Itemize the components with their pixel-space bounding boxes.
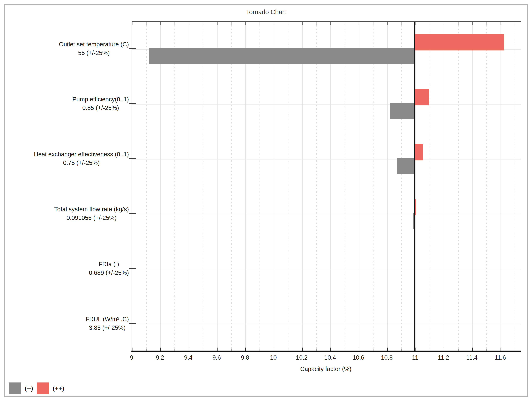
gridline-major: [302, 22, 303, 351]
x-tick-label: 9.8: [241, 354, 249, 361]
gridline-major: [359, 22, 359, 351]
y-tick: [129, 268, 136, 269]
gridline-minor: [260, 22, 260, 351]
row-gridline: [132, 104, 521, 104]
x-tick-top-major: [500, 22, 501, 25]
category-label: Heat exchanger effectiveness (0..1)0.75 …: [34, 150, 129, 167]
category-name: FRUL (W/m² .C): [86, 315, 129, 324]
bar-minus: [390, 103, 414, 119]
x-tick-label: 11.2: [438, 354, 449, 361]
x-tick-top-major: [387, 22, 388, 25]
bar-minus: [149, 48, 414, 64]
category-name: FRta ( ): [89, 260, 129, 268]
category-label: Pump efficiency(0..1)0.85 (+/-25%): [72, 95, 129, 112]
category-label: Total system flow rate (kg/s)0.091056 (+…: [54, 205, 129, 222]
y-tick: [129, 158, 136, 159]
x-tick-label: 11: [412, 354, 418, 361]
y-tick: [129, 213, 136, 214]
x-tick-top-major: [132, 22, 133, 25]
gridline-minor: [486, 22, 487, 351]
category-name: Heat exchanger effectiveness (0..1): [34, 150, 129, 159]
legend-label-plus: (++): [53, 385, 64, 392]
x-tick-top-major: [217, 22, 217, 25]
x-tick-top-minor: [373, 22, 374, 25]
gridline-major: [245, 22, 246, 351]
row-gridline: [132, 324, 521, 324]
x-tick-top-major: [302, 22, 303, 25]
bar-plus: [414, 144, 423, 160]
gridline-major: [416, 22, 416, 351]
x-tick-top-major: [245, 22, 246, 25]
x-tick-top-minor: [288, 22, 288, 25]
x-tick-top-minor: [458, 22, 459, 25]
gridline-major: [160, 22, 161, 351]
x-tick-top-major: [472, 22, 473, 25]
gridline-minor: [231, 22, 232, 351]
x-tick-label: 11.6: [495, 354, 506, 361]
tornado-chart-window: Tornado Chart Capacity factor (%) (--) (…: [0, 0, 532, 401]
x-tick-label: 11.4: [466, 354, 477, 361]
x-tick-label: 10: [270, 354, 277, 361]
gridline-major: [189, 22, 189, 351]
gridline-minor: [373, 22, 374, 351]
plot-area: [132, 21, 521, 352]
row-gridline: [132, 214, 521, 214]
category-label: Outlet set temperature (C)55 (+/-25%): [59, 40, 129, 57]
x-tick-top-minor: [231, 22, 232, 25]
gridline-major: [330, 22, 331, 351]
gridline-minor: [345, 22, 345, 351]
legend-label-minus: (--): [25, 385, 33, 392]
x-tick-top-major: [416, 22, 416, 25]
category-name: Total system flow rate (kg/s): [54, 205, 129, 214]
x-tick-label: 10.4: [324, 354, 336, 361]
x-axis-line: [131, 350, 521, 352]
x-tick-top-minor: [260, 22, 260, 25]
x-tick-top-major: [330, 22, 331, 25]
x-tick-top-major: [189, 22, 189, 25]
legend-swatch-minus: [9, 382, 21, 394]
bar-minus: [397, 158, 414, 174]
category-value: 55 (+/-25%): [59, 49, 129, 57]
x-tick-label: 9: [130, 354, 133, 361]
chart-title: Tornado Chart: [246, 8, 286, 16]
gridline-minor: [401, 22, 402, 351]
x-tick-top-minor: [486, 22, 487, 25]
x-tick-top-minor: [430, 22, 430, 25]
x-tick-top-minor: [345, 22, 345, 25]
row-gridline: [132, 269, 521, 269]
category-value: 0.85 (+/-25%): [72, 104, 129, 112]
category-label: FRta ( )0.689 (+/-25%): [89, 260, 129, 277]
gridline-major: [274, 22, 274, 351]
x-tick-label: 10.2: [296, 354, 308, 361]
x-tick-label: 10.6: [353, 354, 364, 361]
x-tick-top-minor: [515, 22, 515, 25]
x-tick-top-major: [359, 22, 359, 25]
legend: (--) (++): [9, 382, 64, 394]
row-gridline: [132, 159, 521, 159]
x-axis-title: Capacity factor (%): [300, 366, 351, 372]
x-tick-label: 10.8: [381, 354, 393, 361]
x-tick-label: 9.2: [156, 354, 164, 361]
x-tick-top-minor: [146, 22, 147, 25]
gridline-major: [444, 22, 444, 351]
gridline-minor: [458, 22, 459, 351]
gridline-minor: [288, 22, 288, 351]
y-tick: [129, 103, 136, 104]
y-tick: [129, 323, 136, 324]
legend-swatch-plus: [37, 382, 49, 394]
gridline-minor: [515, 22, 515, 351]
category-value: 0.689 (+/-25%): [89, 268, 129, 277]
x-tick-top-major: [444, 22, 444, 25]
category-value: 0.75 (+/-25%): [34, 159, 129, 167]
category-label: FRUL (W/m² .C)3.85 (+/-25%): [86, 315, 129, 332]
gridline-minor: [174, 22, 175, 351]
baseline-marker: [414, 22, 415, 351]
y-tick: [129, 48, 136, 49]
x-tick-label: 9.4: [184, 354, 193, 361]
x-tick-top-major: [160, 22, 161, 25]
gridline-minor: [316, 22, 317, 351]
gridline-major: [472, 22, 473, 351]
category-name: Pump efficiency(0..1): [72, 95, 129, 104]
x-tick-top-minor: [203, 22, 203, 25]
category-value: 3.85 (+/-25%): [86, 324, 129, 332]
